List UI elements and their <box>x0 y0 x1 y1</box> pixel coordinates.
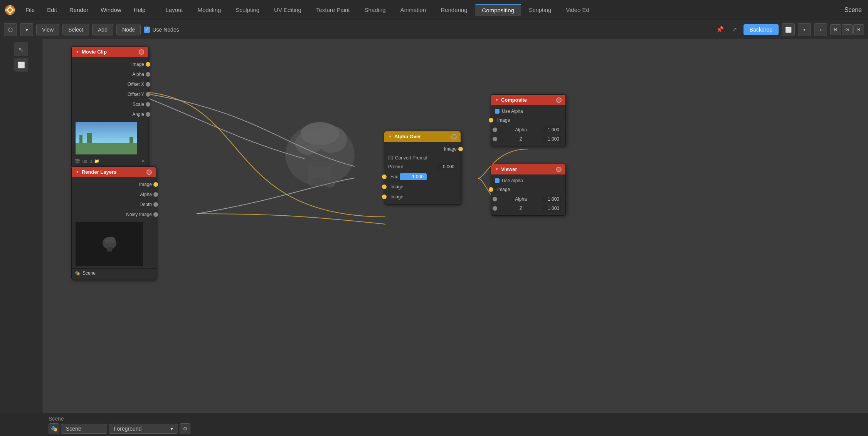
window-menu[interactable]: Window <box>95 4 126 15</box>
use-nodes-checkbox-container[interactable]: ✓ Use Nodes <box>144 27 179 33</box>
render-layers-collapse-icon[interactable]: ▼ <box>76 170 79 174</box>
svg-rect-10 <box>308 166 331 186</box>
alpha-over-image1-socket[interactable] <box>382 184 387 189</box>
composite-image-socket[interactable] <box>489 118 493 122</box>
render-menu[interactable]: Render <box>64 4 94 15</box>
movie-clip-offsetx-socket[interactable] <box>146 82 150 87</box>
movie-clip-collapse-icon[interactable]: ▼ <box>76 50 79 54</box>
tab-uv-editing[interactable]: UV Editing <box>267 4 308 15</box>
movie-clip-image-socket[interactable] <box>146 62 150 67</box>
workspace-tabs: Layout Modeling Sculpting UV Editing Tex… <box>158 4 844 16</box>
movie-clip-alpha-row: Alpha <box>72 69 148 79</box>
add-button[interactable]: Add <box>92 24 113 35</box>
blender-logo[interactable] <box>3 3 17 17</box>
tab-shading[interactable]: Shading <box>358 4 393 15</box>
view-icon[interactable]: ▾ <box>20 23 33 36</box>
foreground-label: Foreground <box>114 426 141 432</box>
alpha-over-image2-socket[interactable] <box>382 195 387 199</box>
composite-z-socket[interactable] <box>493 137 497 141</box>
tab-scripting[interactable]: Scripting <box>522 4 558 15</box>
scene-icon-area: 🎭 Scene Foreground ▾ ⚙ <box>49 423 190 434</box>
composite-use-alpha-checkbox[interactable] <box>495 109 500 114</box>
z-icon-btn[interactable]: ▫ <box>814 23 827 36</box>
viewer-header[interactable]: ▼ Viewer <box>491 164 565 174</box>
viewer-collapse-icon[interactable]: ▼ <box>495 167 499 171</box>
render-layers-header[interactable]: ▼ Render Layers <box>72 167 156 177</box>
help-menu[interactable]: Help <box>128 4 151 15</box>
render-layers-noisy-row: Noisy Image <box>72 210 156 220</box>
render-layers-depth-row: Depth <box>72 200 156 210</box>
composite-alpha-value[interactable]: 1.000 <box>542 126 562 133</box>
movie-clip-offsety-socket[interactable] <box>146 92 150 97</box>
sidebar-select-icon[interactable]: ↖ <box>14 42 28 56</box>
render-layers-noisy-socket[interactable] <box>153 212 158 217</box>
tab-video-ed[interactable]: Video Ed <box>559 4 596 15</box>
movie-clip-alpha-socket[interactable] <box>146 72 150 77</box>
alpha-over-header[interactable]: ▼ Alpha Over <box>384 131 461 142</box>
convert-premul-checkbox[interactable] <box>388 156 393 160</box>
composite-alpha-row: Alpha 1.000 <box>491 125 565 134</box>
use-nodes-checkbox[interactable]: ✓ <box>144 27 150 33</box>
svg-point-9 <box>301 122 339 145</box>
scene-name-input[interactable]: Scene <box>61 424 107 434</box>
backdrop-button[interactable]: Backdrop <box>744 24 779 35</box>
svg-point-8 <box>316 126 347 153</box>
view-button[interactable]: View <box>36 24 59 35</box>
file-menu[interactable]: File <box>20 4 40 15</box>
tab-animation[interactable]: Animation <box>394 4 433 15</box>
r-button[interactable]: R <box>830 24 841 35</box>
tab-sculpting[interactable]: Sculpting <box>229 4 266 15</box>
tab-rendering[interactable]: Rendering <box>434 4 474 15</box>
viewer-use-alpha-row: Use Alpha <box>491 177 565 184</box>
editor-type-icon[interactable]: ⬡ <box>4 23 17 36</box>
viewer-z-value[interactable]: 1.000 <box>542 205 562 212</box>
foreground-settings-icon[interactable]: ⚙ <box>180 423 190 434</box>
sidebar-box-icon[interactable]: ⬜ <box>14 58 28 72</box>
composite-alpha-socket[interactable] <box>493 127 497 132</box>
viewer-alpha-socket[interactable] <box>493 197 497 201</box>
image-icon-btn[interactable]: ⬜ <box>782 23 795 36</box>
viewer-alpha-row: Alpha 1.000 <box>491 195 565 204</box>
viewer-body: Use Alpha Image Alpha 1.000 Z 1.000 <box>491 174 565 215</box>
movie-clip-header[interactable]: ▼ Movie Clip <box>72 47 148 57</box>
viewer-z-label: Z <box>520 206 522 211</box>
g-button[interactable]: G <box>842 24 853 35</box>
scene-icon-btn[interactable]: 🎭 <box>49 423 59 434</box>
alpha-over-fac-socket[interactable] <box>382 174 387 179</box>
movie-clip-angle-socket[interactable] <box>146 112 150 117</box>
node-editor: ▼ Movie Clip Image Alpha Offset X Offset… <box>42 39 868 413</box>
edit-menu[interactable]: Edit <box>42 4 62 15</box>
viewer-z-socket[interactable] <box>493 206 497 211</box>
select-button[interactable]: Select <box>62 24 89 35</box>
viewer-image-row: Image <box>491 184 565 195</box>
viewer-image-socket[interactable] <box>489 187 493 192</box>
composite-z-value[interactable]: 1.000 <box>542 136 562 143</box>
movie-clip-scale-socket[interactable] <box>146 102 150 107</box>
node-button[interactable]: Node <box>116 24 141 35</box>
tab-compositing[interactable]: Compositing <box>475 4 521 16</box>
tab-layout[interactable]: Layout <box>158 4 190 15</box>
viewer-alpha-value[interactable]: 1.000 <box>542 196 562 203</box>
alpha-icon-btn[interactable]: ▪ <box>798 23 811 36</box>
composite-collapse-icon[interactable]: ▼ <box>495 98 499 102</box>
foreground-dropdown[interactable]: Foreground ▾ <box>109 424 178 434</box>
b-button[interactable]: B <box>853 24 864 35</box>
composite-header[interactable]: ▼ Composite <box>491 95 565 105</box>
render-layers-depth-socket[interactable] <box>153 202 158 207</box>
alpha-over-premul-value[interactable]: 0.000 <box>437 163 457 170</box>
movie-clip-clip-num: 3 <box>89 159 92 164</box>
viewer-use-alpha-checkbox[interactable] <box>495 178 500 183</box>
alpha-over-image-output-socket[interactable] <box>458 147 463 151</box>
alpha-over-fac-input[interactable]: 1.000 <box>400 173 427 180</box>
movie-clip-close-icon[interactable]: ✕ <box>141 159 145 164</box>
composite-use-alpha-label: Use Alpha <box>502 109 523 114</box>
render-layers-alpha-socket[interactable] <box>153 192 158 197</box>
movie-clip-scale-label: Scale <box>133 102 144 107</box>
tab-texture-paint[interactable]: Texture Paint <box>309 4 357 15</box>
direction-icon[interactable]: ↗ <box>729 24 740 35</box>
pin-icon[interactable]: 📌 <box>714 24 726 35</box>
render-layers-image-label: Image <box>139 182 152 187</box>
render-layers-image-socket[interactable] <box>153 182 158 187</box>
alpha-over-collapse-icon[interactable]: ▼ <box>388 134 392 139</box>
tab-modeling[interactable]: Modeling <box>191 4 228 15</box>
